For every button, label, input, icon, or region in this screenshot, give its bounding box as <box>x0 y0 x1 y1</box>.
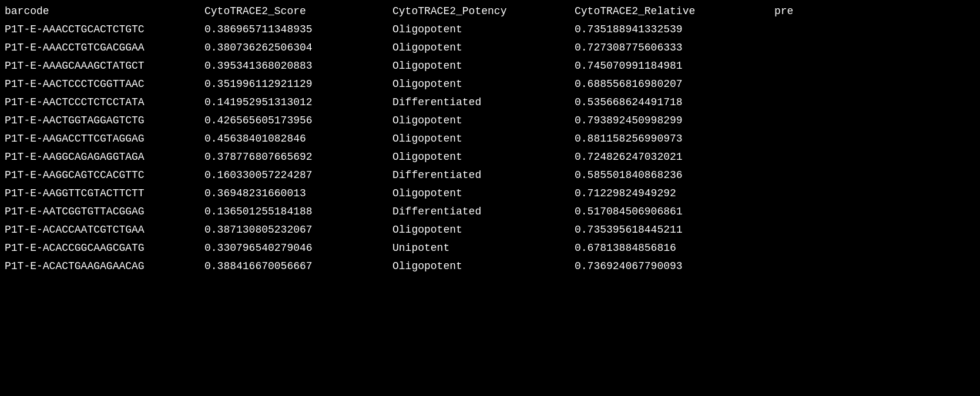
table-row: P1T-E-AAGGCAGAGAGGTAGA 0.378776807665692… <box>0 148 980 166</box>
table-row: P1T-E-AACTCCCTCTCCTATA 0.141952951313012… <box>0 93 980 112</box>
table-row: P1T-E-AAAGCAAAGCTATGCT 0.395341368020883… <box>0 57 980 75</box>
cell-potency: Oligopotent <box>392 40 575 56</box>
cell-relative: 0.736924067790093 <box>575 259 774 274</box>
cell-barcode: P1T-E-AACTCCCTCTCCTATA <box>5 95 204 110</box>
cell-relative: 0.517084506906861 <box>575 204 774 220</box>
cell-potency: Oligopotent <box>392 58 575 74</box>
cell-potency: Oligopotent <box>392 259 575 274</box>
cell-relative: 0.688556816980207 <box>575 76 774 92</box>
table-row: P1T-E-AATCGGTGTTACGGAG 0.136501255184188… <box>0 203 980 221</box>
cell-barcode: P1T-E-AAACCTGCACTCTGTC <box>5 22 204 38</box>
cell-score: 0.386965711348935 <box>204 22 392 38</box>
table-row: P1T-E-AAGGCAGTCCACGTTC 0.160330057224287… <box>0 166 980 184</box>
cell-barcode: P1T-E-ACACCGGCAAGCGATG <box>5 240 204 256</box>
cell-potency: Oligopotent <box>392 186 575 202</box>
table-row: P1T-E-ACACCGGCAAGCGATG 0.330796540279046… <box>0 239 980 257</box>
cell-potency: Differentiated <box>392 204 575 220</box>
cell-potency: Oligopotent <box>392 113 575 129</box>
cell-relative: 0.535668624491718 <box>575 95 774 110</box>
table-row: P1T-E-AAACCTGTCGACGGAA 0.380736262506304… <box>0 39 980 57</box>
table-row: P1T-E-ACACCAATCGTCTGAA 0.387130805232067… <box>0 221 980 239</box>
cell-score: 0.426565605173956 <box>204 113 392 129</box>
cell-barcode: P1T-E-AAGGCAGAGAGGTAGA <box>5 149 204 165</box>
cell-potency: Differentiated <box>392 167 575 183</box>
cell-score: 0.45638401082846 <box>204 131 392 147</box>
cell-potency: Unipotent <box>392 240 575 256</box>
cell-score: 0.330796540279046 <box>204 240 392 256</box>
cell-score: 0.141952951313012 <box>204 95 392 110</box>
data-table: barcode CytoTRACE2_Score CytoTRACE2_Pote… <box>0 0 980 278</box>
cell-relative: 0.724826247032021 <box>575 149 774 165</box>
cell-score: 0.351996112921129 <box>204 76 392 92</box>
table-row: P1T-E-AAGGTTCGTACTTCTT 0.36948231660013 … <box>0 184 980 203</box>
cell-relative: 0.793892450998299 <box>575 113 774 129</box>
cell-potency: Oligopotent <box>392 222 575 238</box>
cell-barcode: P1T-E-ACACTGAAGAGAACAG <box>5 259 204 274</box>
header-pre: pre <box>774 4 821 19</box>
table-row: P1T-E-AAACCTGCACTCTGTC 0.386965711348935… <box>0 21 980 39</box>
table-header: barcode CytoTRACE2_Score CytoTRACE2_Pote… <box>0 2 980 21</box>
cell-relative: 0.881158256990973 <box>575 131 774 147</box>
cell-barcode: P1T-E-AATCGGTGTTACGGAG <box>5 204 204 220</box>
cell-score: 0.136501255184188 <box>204 204 392 220</box>
cell-score: 0.378776807665692 <box>204 149 392 165</box>
header-score: CytoTRACE2_Score <box>204 4 392 19</box>
cell-relative: 0.735188941332539 <box>575 22 774 38</box>
header-relative: CytoTRACE2_Relative <box>575 4 774 19</box>
cell-barcode: P1T-E-AACTCCCTCGGTTAAC <box>5 76 204 92</box>
cell-relative: 0.585501840868236 <box>575 167 774 183</box>
cell-barcode: P1T-E-AAGGCAGTCCACGTTC <box>5 167 204 183</box>
table-row: P1T-E-AACTGGTAGGAGTCTG 0.426565605173956… <box>0 112 980 130</box>
table-row: P1T-E-ACACTGAAGAGAACAG 0.388416670056667… <box>0 257 980 276</box>
cell-score: 0.160330057224287 <box>204 167 392 183</box>
cell-barcode: P1T-E-ACACCAATCGTCTGAA <box>5 222 204 238</box>
header-barcode: barcode <box>5 4 204 19</box>
cell-relative: 0.71229824949292 <box>575 186 774 202</box>
header-potency: CytoTRACE2_Potency <box>392 4 575 19</box>
cell-relative: 0.745070991184981 <box>575 58 774 74</box>
cell-potency: Oligopotent <box>392 149 575 165</box>
cell-potency: Oligopotent <box>392 76 575 92</box>
cell-score: 0.36948231660013 <box>204 186 392 202</box>
cell-score: 0.387130805232067 <box>204 222 392 238</box>
cell-barcode: P1T-E-AACTGGTAGGAGTCTG <box>5 113 204 129</box>
cell-potency: Oligopotent <box>392 131 575 147</box>
table-row: P1T-E-AAGACCTTCGTAGGAG 0.45638401082846 … <box>0 130 980 148</box>
cell-relative: 0.727308775606333 <box>575 40 774 56</box>
cell-score: 0.395341368020883 <box>204 58 392 74</box>
cell-potency: Oligopotent <box>392 22 575 38</box>
cell-relative: 0.735395618445211 <box>575 222 774 238</box>
cell-potency: Differentiated <box>392 95 575 110</box>
cell-barcode: P1T-E-AAGACCTTCGTAGGAG <box>5 131 204 147</box>
cell-barcode: P1T-E-AAACCTGTCGACGGAA <box>5 40 204 56</box>
table-row: P1T-E-AACTCCCTCGGTTAAC 0.351996112921129… <box>0 75 980 93</box>
cell-barcode: P1T-E-AAGGTTCGTACTTCTT <box>5 186 204 202</box>
cell-score: 0.380736262506304 <box>204 40 392 56</box>
cell-score: 0.388416670056667 <box>204 259 392 274</box>
cell-relative: 0.67813884856816 <box>575 240 774 256</box>
cell-barcode: P1T-E-AAAGCAAAGCTATGCT <box>5 58 204 74</box>
